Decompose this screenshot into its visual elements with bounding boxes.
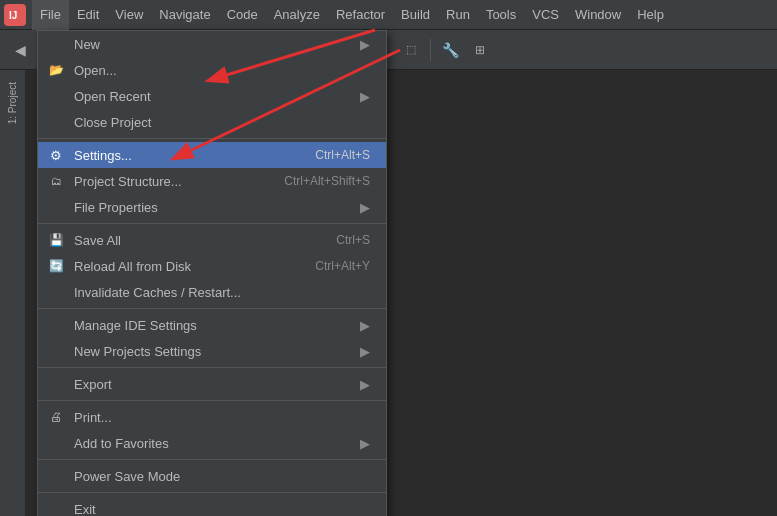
- file-dropdown-menu: New ▶ 📂 Open... Open Recent ▶ Close Proj…: [37, 30, 387, 516]
- settings-button[interactable]: 🔧: [436, 36, 464, 64]
- menubar-build[interactable]: Build: [393, 0, 438, 30]
- menu-item-settings[interactable]: ⚙ Settings... Ctrl+Alt+S: [38, 142, 386, 168]
- menu-item-power-save-mode[interactable]: Power Save Mode: [38, 463, 386, 489]
- save-all-shortcut: Ctrl+S: [336, 233, 370, 247]
- menu-print-label: Print...: [74, 410, 370, 425]
- menu-settings-label: Settings...: [74, 148, 315, 163]
- menu-open-label: Open...: [74, 63, 370, 78]
- save-all-icon: 💾: [46, 233, 66, 247]
- menu-item-open[interactable]: 📂 Open...: [38, 57, 386, 83]
- pause-button[interactable]: ⬚: [397, 36, 425, 64]
- new-projects-settings-arrow-icon: ▶: [360, 344, 370, 359]
- reload-icon: 🔄: [46, 259, 66, 273]
- sidebar-project-label[interactable]: 1: Project: [3, 74, 22, 132]
- separator-6: [38, 459, 386, 460]
- menubar-navigate[interactable]: Navigate: [151, 0, 218, 30]
- back-button[interactable]: ◀: [6, 36, 34, 64]
- menu-item-manage-ide[interactable]: Manage IDE Settings ▶: [38, 312, 386, 338]
- settings-menu-icon: ⚙: [46, 148, 66, 163]
- manage-ide-arrow-icon: ▶: [360, 318, 370, 333]
- menu-save-all-label: Save All: [74, 233, 336, 248]
- menu-file-properties-label: File Properties: [74, 200, 360, 215]
- menu-item-reload[interactable]: 🔄 Reload All from Disk Ctrl+Alt+Y: [38, 253, 386, 279]
- menu-open-recent-label: Open Recent: [74, 89, 360, 104]
- menu-export-label: Export: [74, 377, 360, 392]
- menu-exit-label: Exit: [74, 502, 370, 517]
- open-icon: 📂: [46, 63, 66, 77]
- menubar-vcs[interactable]: VCS: [524, 0, 567, 30]
- toolbar-separator-4: [430, 39, 431, 61]
- menubar: IJ File Edit View Navigate Code Analyze …: [0, 0, 777, 30]
- menu-invalidate-caches-label: Invalidate Caches / Restart...: [74, 285, 370, 300]
- menu-item-invalidate-caches[interactable]: Invalidate Caches / Restart...: [38, 279, 386, 305]
- reload-shortcut: Ctrl+Alt+Y: [315, 259, 370, 273]
- menu-manage-ide-label: Manage IDE Settings: [74, 318, 360, 333]
- menu-new-projects-settings-label: New Projects Settings: [74, 344, 360, 359]
- menu-close-project-label: Close Project: [74, 115, 370, 130]
- menubar-view[interactable]: View: [107, 0, 151, 30]
- menu-item-close-project[interactable]: Close Project: [38, 109, 386, 135]
- menu-add-favorites-label: Add to Favorites: [74, 436, 360, 451]
- menubar-file[interactable]: File: [32, 0, 69, 30]
- new-arrow-icon: ▶: [360, 37, 370, 52]
- project-structure-shortcut: Ctrl+Alt+Shift+S: [284, 174, 370, 188]
- menu-new-label: New: [74, 37, 360, 52]
- menubar-refactor[interactable]: Refactor: [328, 0, 393, 30]
- menu-item-new[interactable]: New ▶: [38, 31, 386, 57]
- menu-item-print[interactable]: 🖨 Print...: [38, 404, 386, 430]
- menu-reload-label: Reload All from Disk: [74, 259, 315, 274]
- menu-item-exit[interactable]: Exit: [38, 496, 386, 516]
- menu-item-open-recent[interactable]: Open Recent ▶: [38, 83, 386, 109]
- sidebar: 1: Project: [0, 70, 25, 516]
- app-icon: IJ: [4, 4, 26, 26]
- menu-item-export[interactable]: Export ▶: [38, 371, 386, 397]
- menubar-analyze[interactable]: Analyze: [266, 0, 328, 30]
- menu-item-file-properties[interactable]: File Properties ▶: [38, 194, 386, 220]
- menu-item-new-projects-settings[interactable]: New Projects Settings ▶: [38, 338, 386, 364]
- sdk-button[interactable]: ⊞: [466, 36, 494, 64]
- separator-5: [38, 400, 386, 401]
- menubar-tools[interactable]: Tools: [478, 0, 524, 30]
- menu-project-structure-label: Project Structure...: [74, 174, 284, 189]
- menubar-help[interactable]: Help: [629, 0, 672, 30]
- menu-item-add-favorites[interactable]: Add to Favorites ▶: [38, 430, 386, 456]
- separator-3: [38, 308, 386, 309]
- svg-text:IJ: IJ: [9, 10, 17, 21]
- separator-4: [38, 367, 386, 368]
- menubar-run[interactable]: Run: [438, 0, 478, 30]
- settings-shortcut: Ctrl+Alt+S: [315, 148, 370, 162]
- menubar-window[interactable]: Window: [567, 0, 629, 30]
- menu-item-save-all[interactable]: 💾 Save All Ctrl+S: [38, 227, 386, 253]
- menubar-code[interactable]: Code: [219, 0, 266, 30]
- separator-1: [38, 138, 386, 139]
- menubar-edit[interactable]: Edit: [69, 0, 107, 30]
- project-structure-icon: 🗂: [46, 175, 66, 187]
- separator-2: [38, 223, 386, 224]
- separator-7: [38, 492, 386, 493]
- menu-item-project-structure[interactable]: 🗂 Project Structure... Ctrl+Alt+Shift+S: [38, 168, 386, 194]
- print-icon: 🖨: [46, 410, 66, 424]
- file-properties-arrow-icon: ▶: [360, 200, 370, 215]
- add-favorites-arrow-icon: ▶: [360, 436, 370, 451]
- menu-power-save-mode-label: Power Save Mode: [74, 469, 370, 484]
- export-arrow-icon: ▶: [360, 377, 370, 392]
- open-recent-arrow-icon: ▶: [360, 89, 370, 104]
